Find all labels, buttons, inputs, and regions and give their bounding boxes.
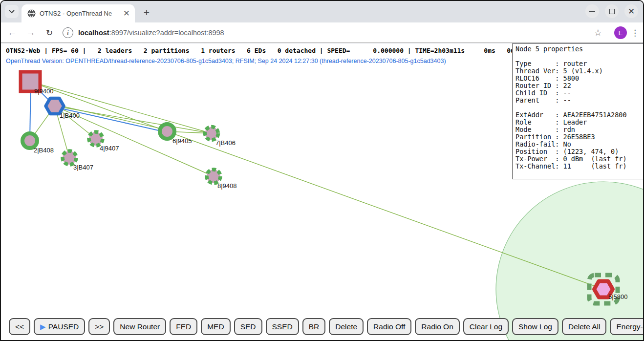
node-2[interactable] <box>22 133 37 148</box>
node-label-8: 8|9408 <box>217 182 237 190</box>
delete-button[interactable]: Delete <box>329 318 364 335</box>
openthread-version-line: OpenThread Version: OPENTHREAD/thread-re… <box>6 58 446 64</box>
radio-off-button[interactable]: Radio Off <box>367 318 411 335</box>
minimize-icon <box>589 11 595 12</box>
step-forward-button[interactable]: >> <box>88 318 110 335</box>
ssed-button[interactable]: SSED <box>266 318 299 335</box>
step-back-button[interactable]: << <box>9 318 30 335</box>
reload-icon[interactable]: ↻ <box>41 22 58 43</box>
play-icon: ▶ <box>40 322 46 331</box>
node-label-1: 1|B400 <box>60 112 80 119</box>
url-path: :8997/visualize?addr=localhost:8998 <box>109 29 224 37</box>
node-label-6: 6|9405 <box>172 137 192 145</box>
browser-menu-icon[interactable]: ⋮ <box>631 22 639 43</box>
node-label-3: 3|B407 <box>73 164 93 171</box>
browser-window: OTNS2 - OpenThread Ne ✕ + ✕ ← → ↻ i loca… <box>0 0 644 341</box>
browser-toolbar: ← → ↻ i localhost:8997/visualize?addr=lo… <box>1 22 643 43</box>
node-label-2: 2|B408 <box>34 147 54 154</box>
link-edge <box>55 106 212 133</box>
close-button[interactable]: ✕ <box>624 4 638 18</box>
avatar-letter: E <box>619 29 623 37</box>
node-label-9: 9|9400 <box>34 87 54 95</box>
clear-log-button[interactable]: Clear Log <box>463 318 509 335</box>
node-label-7: 7|B406 <box>215 139 236 147</box>
node-label-5: 5|5800 <box>608 293 628 300</box>
pause-button[interactable]: ▶PAUSED <box>34 318 85 335</box>
globe-favicon-icon <box>27 9 36 18</box>
br-button[interactable]: BR <box>302 318 326 335</box>
bookmark-star-icon[interactable]: ☆ <box>594 22 602 43</box>
radio-range-circle <box>496 182 643 340</box>
site-info-icon[interactable]: i <box>63 27 73 38</box>
simulator-status-line: OTNS2-Web | FPS= 60 | 2 leaders 2 partit… <box>6 47 518 54</box>
simulator-toolbar: <<▶PAUSED>>New RouterFEDMEDSEDSSEDBRDele… <box>9 318 643 335</box>
tab-close-icon[interactable]: ✕ <box>123 9 130 18</box>
address-bar[interactable]: localhost:8997/visualize?addr=localhost:… <box>78 22 224 43</box>
node-3[interactable] <box>63 151 76 165</box>
tab-search-button[interactable] <box>5 5 19 18</box>
node-4[interactable] <box>89 132 103 146</box>
sed-button[interactable]: SED <box>234 318 262 335</box>
new-router-button[interactable]: New Router <box>113 318 166 335</box>
node-properties-panel: Node 5 properties Type : router Thread V… <box>512 43 643 179</box>
med-button[interactable]: MED <box>201 318 230 335</box>
energy-stats-button[interactable]: Energy-stats ↗ <box>610 318 643 335</box>
show-log-button[interactable]: Show Log <box>512 318 558 335</box>
close-icon: ✕ <box>628 7 635 16</box>
tab-strip: OTNS2 - OpenThread Ne ✕ + ✕ <box>1 1 643 22</box>
browser-tab[interactable]: OTNS2 - OpenThread Ne ✕ <box>21 4 135 22</box>
url-host: localhost <box>78 29 109 37</box>
minimize-button[interactable] <box>585 4 599 18</box>
fed-button[interactable]: FED <box>170 318 197 335</box>
delete-all-button[interactable]: Delete All <box>562 318 606 335</box>
chevron-down-icon <box>8 9 15 14</box>
profile-avatar[interactable]: E <box>614 26 627 39</box>
node-label-4: 4|9407 <box>100 145 119 152</box>
node-8[interactable] <box>207 170 220 183</box>
otns-visualizer-page: 9|94001|B4002|B4083|B4074|94076|94057|B4… <box>1 43 643 340</box>
radio-on-button[interactable]: Radio On <box>415 318 459 335</box>
tab-title: OTNS2 - OpenThread Ne <box>40 10 121 17</box>
maximize-icon <box>609 9 615 14</box>
back-button[interactable]: ← <box>4 22 21 43</box>
node-6[interactable] <box>160 124 174 139</box>
maximize-button[interactable] <box>605 4 619 18</box>
forward-button[interactable]: → <box>22 22 39 43</box>
node-7[interactable] <box>205 127 218 140</box>
new-tab-button[interactable]: + <box>140 6 153 20</box>
